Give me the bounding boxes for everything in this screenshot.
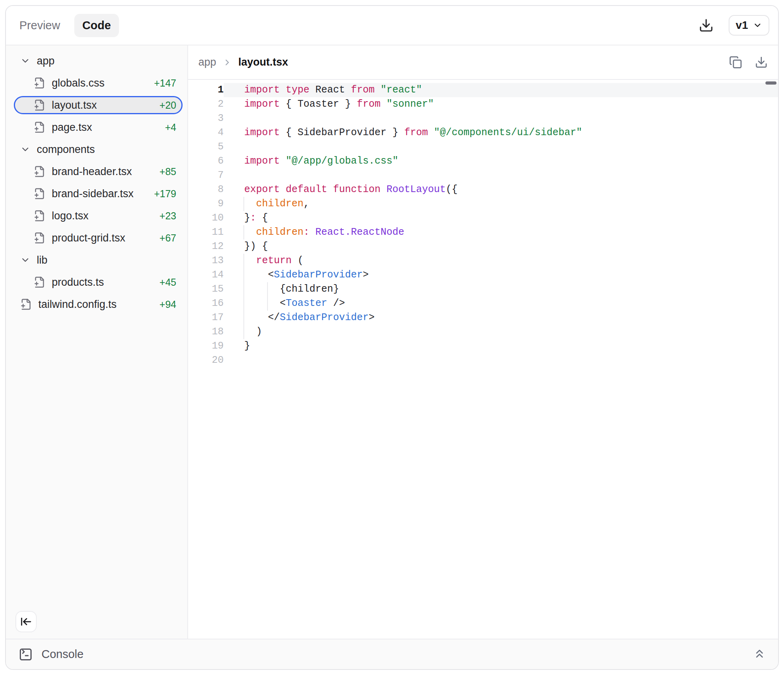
line-content bbox=[224, 353, 778, 368]
file-tree-sidebar: appglobals.css+147layout.tsx+20page.tsx+… bbox=[6, 45, 188, 639]
folder-label: components bbox=[37, 143, 95, 156]
topbar-actions: v1 bbox=[699, 15, 769, 36]
line-content: children: React.ReactNode bbox=[224, 225, 778, 239]
chevron-down-icon bbox=[20, 56, 30, 66]
code-line-20: 20 bbox=[188, 353, 778, 368]
line-content: children, bbox=[224, 197, 778, 211]
copy-code-button[interactable] bbox=[729, 56, 742, 69]
folder-item-app[interactable]: app bbox=[14, 52, 183, 70]
file-item-tailwind.config.ts[interactable]: tailwind.config.ts+94 bbox=[14, 295, 183, 313]
scrollbar-thumb[interactable] bbox=[765, 81, 776, 85]
download-icon bbox=[699, 18, 714, 33]
line-number: 20 bbox=[188, 353, 224, 368]
line-number: 17 bbox=[188, 311, 224, 325]
file-item-layout.tsx[interactable]: layout.tsx+20 bbox=[14, 96, 183, 114]
code-header-actions bbox=[729, 56, 768, 69]
line-content: {children} bbox=[224, 282, 778, 296]
line-content: return ( bbox=[224, 254, 778, 268]
line-number: 9 bbox=[188, 197, 224, 211]
line-content bbox=[224, 168, 778, 183]
code-line-4: 4import { SidebarProvider } from "@/comp… bbox=[188, 126, 778, 140]
diff-count: +20 bbox=[155, 100, 176, 111]
code-line-12: 12}) { bbox=[188, 239, 778, 254]
file-item-products.ts[interactable]: products.ts+45 bbox=[14, 273, 183, 291]
line-content: import { SidebarProvider } from "@/compo… bbox=[224, 126, 778, 140]
file-added-icon bbox=[34, 210, 45, 222]
file-item-logo.tsx[interactable]: logo.tsx+23 bbox=[14, 207, 183, 225]
indent-guide bbox=[243, 225, 244, 239]
file-added-icon bbox=[34, 77, 45, 89]
line-content bbox=[224, 140, 778, 154]
tab-code[interactable]: Code bbox=[74, 14, 119, 37]
line-content: }) { bbox=[224, 239, 778, 254]
console-label: Console bbox=[41, 648, 83, 661]
diff-count: +4 bbox=[160, 122, 176, 133]
code-line-3: 3 bbox=[188, 111, 778, 126]
code-line-6: 6import "@/app/globals.css" bbox=[188, 154, 778, 168]
file-added-icon bbox=[20, 298, 32, 310]
code-line-8: 8export default function RootLayout({ bbox=[188, 183, 778, 197]
file-label: brand-sidebar.tsx bbox=[52, 188, 134, 200]
line-number: 8 bbox=[188, 183, 224, 197]
line-number: 4 bbox=[188, 126, 224, 140]
code-panel: Preview Code v1 appglobals.css+147layout… bbox=[5, 5, 779, 670]
breadcrumb-dir[interactable]: app bbox=[198, 56, 216, 68]
diff-count: +179 bbox=[149, 188, 176, 200]
diff-count: +67 bbox=[155, 232, 176, 244]
download-file-button[interactable] bbox=[755, 56, 768, 69]
code-line-1: 1import type React from "react" bbox=[188, 83, 778, 97]
code-header: app layout.tsx bbox=[188, 45, 778, 80]
code-line-2: 2import { Toaster } from "sonner" bbox=[188, 97, 778, 111]
indent-guide bbox=[267, 282, 268, 311]
version-dropdown[interactable]: v1 bbox=[729, 15, 769, 36]
code-line-9: 9 children, bbox=[188, 197, 778, 211]
indent-guide bbox=[243, 197, 244, 211]
code-line-10: 10}: { bbox=[188, 211, 778, 225]
line-content bbox=[224, 111, 778, 126]
file-item-globals.css[interactable]: globals.css+147 bbox=[14, 74, 183, 92]
expand-console-button[interactable] bbox=[753, 647, 766, 662]
line-number: 3 bbox=[188, 111, 224, 126]
file-label: product-grid.tsx bbox=[52, 232, 125, 244]
breadcrumb-file: layout.tsx bbox=[238, 56, 288, 68]
folder-item-components[interactable]: components bbox=[14, 140, 183, 158]
diff-count: +94 bbox=[155, 299, 176, 310]
download-button[interactable] bbox=[699, 18, 714, 33]
terminal-icon bbox=[19, 647, 33, 662]
tab-preview[interactable]: Preview bbox=[19, 19, 60, 32]
line-number: 10 bbox=[188, 211, 224, 225]
top-bar: Preview Code v1 bbox=[6, 6, 778, 45]
file-item-page.tsx[interactable]: page.tsx+4 bbox=[14, 118, 183, 136]
code-line-16: 16 <Toaster /> bbox=[188, 296, 778, 311]
code-line-19: 19} bbox=[188, 339, 778, 353]
file-item-product-grid.tsx[interactable]: product-grid.tsx+67 bbox=[14, 229, 183, 247]
line-number: 7 bbox=[188, 168, 224, 183]
line-content: import { Toaster } from "sonner" bbox=[224, 97, 778, 111]
code-line-11: 11 children: React.ReactNode bbox=[188, 225, 778, 239]
file-item-brand-sidebar.tsx[interactable]: brand-sidebar.tsx+179 bbox=[14, 185, 183, 203]
chevrons-up-icon bbox=[753, 647, 766, 660]
folder-item-lib[interactable]: lib bbox=[14, 251, 183, 269]
line-number: 18 bbox=[188, 325, 224, 339]
line-number: 13 bbox=[188, 254, 224, 268]
line-number: 14 bbox=[188, 268, 224, 282]
screen: Preview Code v1 appglobals.css+147layout… bbox=[0, 0, 784, 675]
code-line-13: 13 return ( bbox=[188, 254, 778, 268]
main-region: appglobals.css+147layout.tsx+20page.tsx+… bbox=[6, 45, 778, 639]
file-label: products.ts bbox=[52, 276, 104, 288]
code-line-5: 5 bbox=[188, 140, 778, 154]
line-number: 2 bbox=[188, 97, 224, 111]
folder-label: lib bbox=[37, 254, 47, 266]
file-added-icon bbox=[34, 232, 45, 244]
console-bar[interactable]: Console bbox=[6, 639, 778, 669]
breadcrumb: app layout.tsx bbox=[198, 56, 288, 68]
collapse-left-icon bbox=[20, 616, 32, 628]
line-content: <Toaster /> bbox=[224, 296, 778, 311]
file-item-brand-header.tsx[interactable]: brand-header.tsx+85 bbox=[14, 162, 183, 181]
line-number: 16 bbox=[188, 296, 224, 311]
chevron-down-icon bbox=[20, 255, 30, 265]
code-editor[interactable]: 1import type React from "react"2import {… bbox=[188, 80, 778, 639]
line-content: } bbox=[224, 339, 778, 353]
collapse-sidebar-button[interactable] bbox=[15, 611, 37, 632]
file-label: logo.tsx bbox=[52, 210, 89, 222]
